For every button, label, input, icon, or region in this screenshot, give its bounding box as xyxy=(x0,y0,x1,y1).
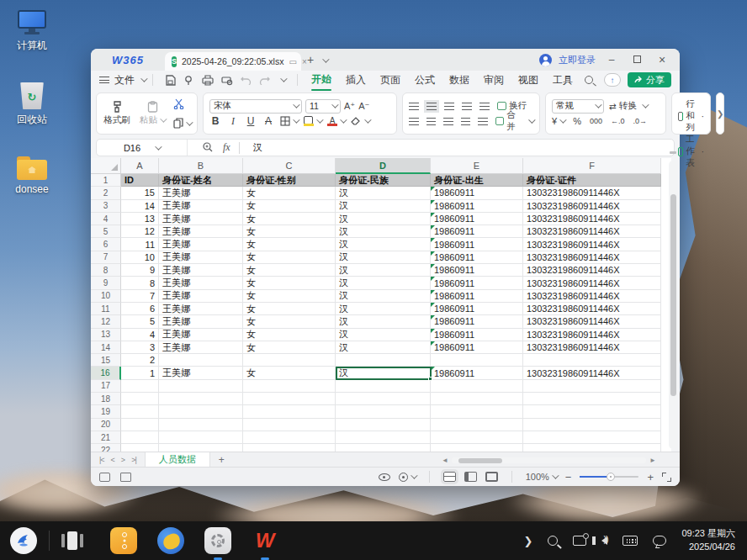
row-header-3[interactable]: 3 xyxy=(91,200,121,213)
cell-F9[interactable]: 13032319860911446X xyxy=(523,277,661,289)
cut-icon[interactable] xyxy=(173,98,184,109)
cell-E4[interactable]: 19860911 xyxy=(431,213,523,225)
row-header-7[interactable]: 7 xyxy=(91,251,121,264)
percent-button[interactable]: % xyxy=(573,116,581,126)
cell-C16[interactable]: 女 xyxy=(243,367,336,379)
cell-A8[interactable]: 9 xyxy=(121,264,159,277)
cell-E2[interactable]: 19860911 xyxy=(431,187,523,199)
row-header-17[interactable]: 17 xyxy=(91,380,121,393)
row-header-14[interactable]: 14 xyxy=(91,341,121,354)
cell-F2[interactable]: 13032319860911446X xyxy=(523,187,661,199)
sheet-next-button[interactable]: > xyxy=(121,456,124,464)
vertical-scrollbar[interactable] xyxy=(669,161,677,449)
zoom-in-button[interactable]: + xyxy=(647,471,654,483)
cell-E16[interactable]: 19860911 xyxy=(431,367,523,379)
hscroll-right-arrow[interactable]: ► xyxy=(649,457,656,464)
cell-C11[interactable]: 女 xyxy=(243,303,336,315)
cell-A20[interactable] xyxy=(121,419,159,431)
eraser-button[interactable] xyxy=(351,117,369,126)
new-tab-button[interactable]: + xyxy=(301,53,320,66)
italic-button[interactable]: I xyxy=(227,115,239,128)
cell-B1[interactable]: 身份证-姓名 xyxy=(159,174,243,187)
cell-E10[interactable]: 19860911 xyxy=(431,290,523,303)
cell-A12[interactable]: 5 xyxy=(121,315,159,328)
vertical-split-handle[interactable] xyxy=(670,151,676,154)
name-box[interactable]: D16 xyxy=(97,140,188,156)
row-header-18[interactable]: 18 xyxy=(91,393,121,405)
cell-B6[interactable]: 王美娜 xyxy=(159,238,243,251)
tab-insert[interactable]: 插入 xyxy=(346,73,366,87)
fullscreen-icon[interactable] xyxy=(662,473,671,482)
hscroll-left-arrow[interactable]: ◄ xyxy=(442,457,448,464)
fx-icon[interactable]: fx xyxy=(223,141,230,154)
cell-D1[interactable]: 身份证-民族 xyxy=(336,174,431,187)
cell-B16[interactable]: 王美娜 xyxy=(159,367,243,379)
cell-F21[interactable] xyxy=(523,431,661,444)
cell-B13[interactable]: 王美娜 xyxy=(159,329,243,341)
column-header-C[interactable]: C xyxy=(243,158,336,174)
tab-data[interactable]: 数据 xyxy=(449,73,469,87)
select-all-corner[interactable] xyxy=(91,158,121,174)
cell-A18[interactable] xyxy=(121,393,159,405)
cell-A17[interactable] xyxy=(121,380,159,393)
cell-C10[interactable]: 女 xyxy=(243,290,336,303)
zoom-slider[interactable] xyxy=(580,476,638,478)
horizontal-scrollbar-thumb[interactable] xyxy=(458,458,502,463)
currency-button[interactable]: ¥ xyxy=(552,116,564,126)
row-header-8[interactable]: 8 xyxy=(91,264,121,277)
align-middle-icon[interactable] xyxy=(426,103,437,110)
cell-E9[interactable]: 19860911 xyxy=(431,277,523,289)
cell-C2[interactable]: 女 xyxy=(243,187,336,199)
column-header-E[interactable]: E xyxy=(431,158,523,174)
tab-view[interactable]: 视图 xyxy=(518,73,538,87)
cell-B15[interactable] xyxy=(159,354,243,367)
cell-C3[interactable]: 女 xyxy=(243,200,336,213)
tab-start[interactable]: 开始 xyxy=(311,72,331,88)
cell-A7[interactable]: 10 xyxy=(121,251,159,264)
zoom-slider-knob[interactable] xyxy=(607,473,615,481)
cell-D19[interactable] xyxy=(336,405,431,418)
cell-F16[interactable]: 13032319860911446X xyxy=(523,367,661,379)
cell-F18[interactable] xyxy=(523,393,661,405)
decrease-indent-icon[interactable] xyxy=(462,103,472,110)
cell-B11[interactable]: 王美娜 xyxy=(159,303,243,315)
row-header-10[interactable]: 10 xyxy=(91,290,121,303)
cell-C8[interactable]: 女 xyxy=(243,264,336,277)
increase-decimal-button[interactable]: ←.0 xyxy=(611,117,625,125)
cell-B7[interactable]: 王美娜 xyxy=(159,251,243,264)
distribute-icon[interactable] xyxy=(478,118,488,125)
cell-D11[interactable]: 汉 xyxy=(336,303,431,315)
align-bottom-icon[interactable] xyxy=(444,103,454,110)
cell-B22[interactable] xyxy=(159,444,243,452)
user-avatar[interactable] xyxy=(539,54,552,66)
cell-D5[interactable]: 汉 xyxy=(336,225,431,238)
cell-B19[interactable] xyxy=(159,405,243,418)
cell-D17[interactable] xyxy=(336,380,431,393)
cell-C14[interactable]: 女 xyxy=(243,341,336,354)
justify-icon[interactable] xyxy=(461,118,471,125)
vertical-scrollbar-thumb[interactable] xyxy=(670,194,676,396)
row-header-11[interactable]: 11 xyxy=(91,303,121,315)
network-icon[interactable] xyxy=(573,536,586,546)
font-color-button[interactable]: A xyxy=(327,117,345,126)
cell-A6[interactable]: 11 xyxy=(121,238,159,251)
cell-A1[interactable]: ID xyxy=(121,174,159,187)
cell-C4[interactable]: 女 xyxy=(243,213,336,225)
cell-B5[interactable]: 王美娜 xyxy=(159,225,243,238)
cell-F4[interactable]: 13032319860911446X xyxy=(523,213,661,225)
cell-C1[interactable]: 身份证-性别 xyxy=(243,174,336,187)
taskbar-clock[interactable]: 09:23 星期六 2025/04/26 xyxy=(681,527,735,554)
name-box-chevron-icon[interactable] xyxy=(155,143,162,150)
cell-A2[interactable]: 15 xyxy=(121,187,159,199)
fill-color-button[interactable] xyxy=(304,116,321,126)
cell-F22[interactable] xyxy=(523,444,661,452)
hamburger-icon[interactable] xyxy=(99,77,109,83)
convert-button[interactable]: ⇄ 转换 xyxy=(609,100,647,112)
cell-D2[interactable]: 汉 xyxy=(336,187,431,199)
cell-D20[interactable] xyxy=(336,419,431,431)
column-header-B[interactable]: B xyxy=(159,158,243,174)
row-header-22[interactable]: 22 xyxy=(91,444,121,452)
cell-B21[interactable] xyxy=(159,431,243,444)
row-header-1[interactable]: 1 xyxy=(91,174,121,187)
cloud-sync-icon[interactable]: ↑ xyxy=(604,73,621,87)
